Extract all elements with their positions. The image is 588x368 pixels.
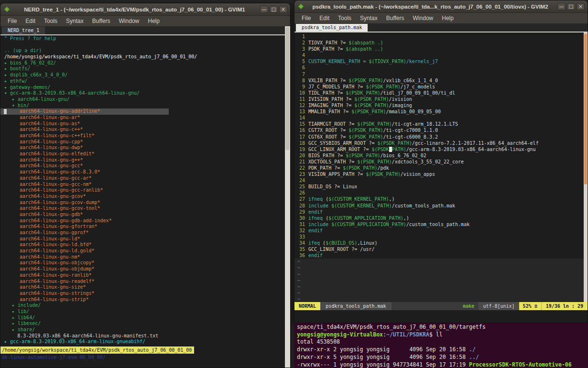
code-line[interactable]: 13MMALIB_PATH ?= $(PSDK_PATH)/mmalib_00_… bbox=[294, 108, 584, 115]
tree-item[interactable]: ▸ gateway-demos/ bbox=[0, 85, 285, 91]
nerdtree-panel[interactable]: " Press ? for help .. (up a dir)/home/yo… bbox=[0, 35, 285, 346]
maximize-button[interactable]: □ bbox=[270, 6, 278, 13]
menu-help[interactable]: Help bbox=[437, 14, 458, 22]
menu-syntax[interactable]: Syntax bbox=[356, 14, 382, 22]
expanded-arrow-icon[interactable]: ▾ bbox=[12, 103, 18, 108]
menu-buffers[interactable]: Buffers bbox=[88, 17, 115, 25]
menu-help[interactable]: Help bbox=[143, 17, 164, 25]
gvim1-scrollbar-thumb[interactable] bbox=[285, 27, 290, 150]
code-line[interactable]: 31include $(CUSTOM_APPLICATION_PATH)/cus… bbox=[294, 221, 584, 227]
tree-item[interactable]: .. (up a dir) bbox=[0, 48, 285, 54]
tree-item[interactable]: ▸ aarch64-linux-gnu/ bbox=[0, 97, 285, 103]
tree-item[interactable]: aarch64-linux-gnu-c++filt* bbox=[0, 133, 285, 139]
tree-item[interactable]: aarch64-linux-gnu-gcov-tool* bbox=[0, 206, 285, 212]
code-line[interactable]: 34ifeq ($(BUILD_OS),Linux) bbox=[294, 240, 584, 246]
collapsed-arrow-icon[interactable]: ▸ bbox=[12, 309, 18, 314]
gvim2-titlebar[interactable]: psdkra_tools_path.mak - (~/workspace/ti_… bbox=[294, 0, 588, 13]
collapsed-arrow-icon[interactable]: ▸ bbox=[12, 327, 18, 332]
tree-item[interactable]: aarch64-linux-gnu-ld* bbox=[0, 236, 285, 242]
minimize-button[interactable]: — bbox=[260, 6, 268, 13]
code-line[interactable]: 3PSDK_PATH ?= $(abspath ..) bbox=[294, 46, 584, 52]
tree-item[interactable]: ▸ lib/ bbox=[0, 309, 285, 315]
collapsed-arrow-icon[interactable]: ▸ bbox=[12, 315, 18, 320]
tree-item[interactable]: aarch64-linux-gnu-gfortran* bbox=[0, 224, 285, 230]
collapsed-arrow-icon[interactable]: ▸ bbox=[4, 78, 10, 84]
tree-item[interactable]: aarch64-linux-gnu-gcc-ar* bbox=[0, 175, 285, 182]
tree-item[interactable]: aarch64-linux-gnu-dwp* bbox=[0, 145, 285, 151]
tree-item[interactable]: aarch64-linux-gnu-readelf* bbox=[0, 279, 285, 285]
tree-item[interactable]: aarch64-linux-gnu-nm* bbox=[0, 254, 285, 260]
close-button[interactable]: × bbox=[577, 3, 585, 10]
tree-item[interactable]: aarch64-linux-gnu-ld.bfd* bbox=[0, 242, 285, 248]
tree-item[interactable]: /home/yongsig/workspace/ti_tda4x/EVM/psd… bbox=[0, 54, 285, 60]
tree-item[interactable]: aarch64-linux-gnu-objcopy* bbox=[0, 260, 285, 266]
code-line[interactable]: 12IMAGING_PATH ?= $(PSDK_PATH)/imaging bbox=[294, 102, 584, 108]
code-line[interactable]: 1 bbox=[294, 33, 584, 40]
code-line[interactable]: 30ifneq ($(CUSTOM_APPLICATION_PATH),) bbox=[294, 215, 584, 221]
tree-item[interactable]: ▸ gcc-arm-8.3-2019.03-x86_64-arm-linux-g… bbox=[0, 339, 285, 345]
code-line[interactable]: 2TIOVX_PATH ?= $(abspath .) bbox=[294, 40, 584, 46]
code-line[interactable]: 32endif bbox=[294, 227, 584, 234]
collapsed-arrow-icon[interactable]: ▸ bbox=[4, 72, 10, 77]
collapsed-arrow-icon[interactable]: ▸ bbox=[4, 339, 10, 344]
tree-item[interactable]: aarch64-linux-gnu-gdb* bbox=[0, 212, 285, 218]
tree-item[interactable]: aarch64-linux-gnu-addr2line* bbox=[0, 108, 285, 115]
code-line[interactable]: 11IVISION_PATH ?= $(PSDK_PATH)/ivision bbox=[294, 96, 584, 102]
maximize-button[interactable]: □ bbox=[567, 3, 575, 10]
tree-item[interactable]: aarch64-linux-gnu-gcc* bbox=[0, 163, 285, 169]
tree-item[interactable]: aarch64-linux-gnu-gcc-8.3.0* bbox=[0, 169, 285, 175]
gvim2-cmdline[interactable] bbox=[294, 310, 588, 323]
tree-item[interactable]: ▾ gcc-arm-8.3-2019.03-x86_64-aarch64-lin… bbox=[0, 90, 285, 97]
tree-item[interactable]: ▸ share/ bbox=[0, 327, 285, 333]
tree-item[interactable]: ▸ bios_6_76_02_02/ bbox=[0, 60, 285, 66]
code-line[interactable]: 28include $(CUSTOM_KERNEL_PATH)/custom_t… bbox=[294, 203, 584, 209]
tree-item[interactable]: ▸ dsplib_c66x_3_4_0_0/ bbox=[0, 72, 285, 78]
tree-item[interactable]: ▸ ethfw/ bbox=[0, 78, 285, 85]
terminal-window[interactable]: space/ti_tda4x/EVM/psdk_rtos_auto_j7_06_… bbox=[294, 323, 588, 368]
code-line[interactable]: 24 bbox=[294, 177, 584, 184]
code-line[interactable]: 15TIARMCGT_ROOT ?= $(PSDK_PATH)/ti-cgt-a… bbox=[294, 121, 584, 127]
tree-item[interactable]: aarch64-linux-gnu-size* bbox=[0, 284, 285, 291]
menu-window[interactable]: Window bbox=[409, 14, 438, 22]
code-line[interactable]: 19GCC_LINUX_ARM_ROOT ?= $(PSDK_PATH)/gcc… bbox=[294, 146, 584, 152]
collapsed-arrow-icon[interactable]: ▸ bbox=[12, 321, 18, 326]
code-line[interactable]: 25BUILD_OS ?= Linux bbox=[294, 184, 584, 190]
collapsed-arrow-icon[interactable]: ▸ bbox=[4, 60, 10, 65]
tree-item[interactable]: aarch64-linux-gnu-c++* bbox=[0, 127, 285, 133]
tree-item[interactable]: aarch64-linux-gnu-gprof* bbox=[0, 230, 285, 236]
expanded-arrow-icon[interactable]: ▾ bbox=[4, 90, 10, 96]
collapsed-arrow-icon[interactable]: ▸ bbox=[4, 85, 10, 90]
tree-item[interactable]: aarch64-linux-gnu-gcc-nm* bbox=[0, 182, 285, 188]
gvim2-scrollbar-thumb[interactable] bbox=[584, 33, 587, 184]
code-line[interactable]: 4 bbox=[294, 52, 584, 58]
code-line[interactable]: 20BIOS_PATH ?= $(PSDK_PATH)/bios_6_76_02… bbox=[294, 152, 584, 159]
code-line[interactable]: 16CGT7X_ROOT ?= $(PSDK_PATH)/ti-cgt-c700… bbox=[294, 127, 584, 133]
code-line[interactable]: 27ifneq ($(CUSTOM_KERNEL_PATH),) bbox=[294, 196, 584, 202]
gvim2-tab-makefile[interactable]: psdkra_tools_path.mak bbox=[296, 24, 368, 32]
tree-item[interactable]: aarch64-linux-gnu-gcc-ranlib* bbox=[0, 187, 285, 194]
collapsed-arrow-icon[interactable]: ▸ bbox=[12, 303, 18, 308]
code-line[interactable]: 18GCC_SYSBIOS_ARM_ROOT ?= $(PSDK_PATH)/g… bbox=[294, 140, 584, 146]
tree-item[interactable]: aarch64-linux-gnu-ranlib* bbox=[0, 272, 285, 279]
code-line[interactable]: 35GCC_LINUX_ROOT ?= /usr/ bbox=[294, 246, 584, 252]
code-line[interactable]: 14 bbox=[294, 115, 584, 121]
code-line[interactable]: 17CGT6X_ROOT ?= $(PSDK_PATH)/ti-cgt-c600… bbox=[294, 134, 584, 140]
gvim1-cmdline[interactable]: dk-linux-automotive-j7-evm-06_00_00/ bbox=[0, 354, 290, 361]
code-line[interactable]: 6 bbox=[294, 65, 584, 71]
gvim1-scrollbar[interactable] bbox=[285, 26, 290, 368]
code-line[interactable]: 33 bbox=[294, 234, 584, 240]
code-line[interactable]: 22PDK_PATH ?= $(PSDK_PATH)/pdk bbox=[294, 165, 584, 171]
menu-file[interactable]: File bbox=[297, 14, 315, 22]
code-line[interactable]: 7 bbox=[294, 71, 584, 77]
menu-file[interactable]: File bbox=[3, 17, 21, 25]
tree-item[interactable]: ▸ lib64/ bbox=[0, 315, 285, 321]
tree-item[interactable]: aarch64-linux-gnu-ar* bbox=[0, 115, 285, 121]
collapsed-arrow-icon[interactable]: ▸ bbox=[4, 66, 10, 71]
code-line[interactable]: 8VXLIB_PATH ?= $(PSDK_PATH)/vxlib_c66x_1… bbox=[294, 77, 584, 84]
menu-buffers[interactable]: Buffers bbox=[382, 14, 409, 22]
tree-item[interactable]: aarch64-linux-gnu-cpp* bbox=[0, 139, 285, 145]
code-line[interactable]: 21XDCTOOLS_PATH ?= $(PSDK_PATH)/xdctools… bbox=[294, 159, 584, 165]
tree-item[interactable]: aarch64-linux-gnu-gdb-add-index* bbox=[0, 218, 285, 224]
menu-window[interactable]: Window bbox=[115, 17, 144, 25]
code-line[interactable]: 29endif bbox=[294, 209, 584, 215]
